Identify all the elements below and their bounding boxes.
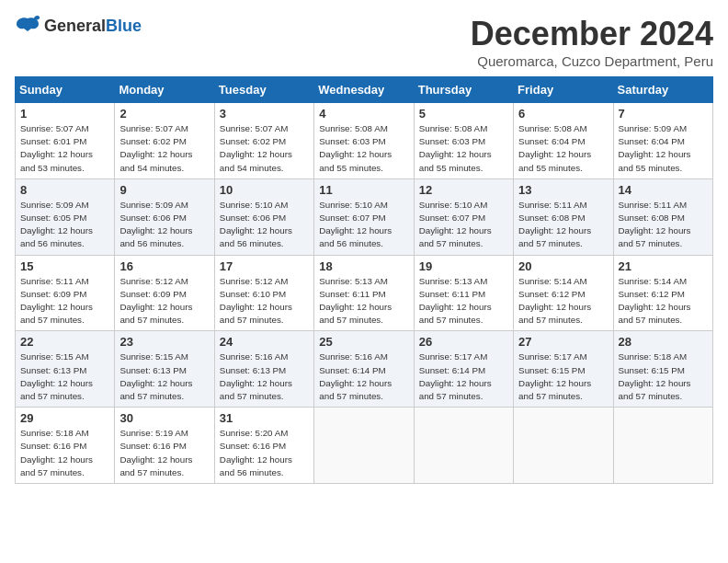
day-number: 4 — [319, 107, 408, 121]
day-number: 19 — [419, 259, 508, 273]
day-info: Sunrise: 5:07 AMSunset: 6:02 PMDaylight:… — [220, 123, 292, 173]
day-number: 21 — [619, 259, 708, 273]
day-number: 14 — [619, 183, 708, 197]
table-row: 13Sunrise: 5:11 AMSunset: 6:08 PMDayligh… — [514, 178, 613, 255]
day-header-saturday: Saturday — [613, 77, 712, 103]
table-row: 15Sunrise: 5:11 AMSunset: 6:09 PMDayligh… — [16, 255, 115, 331]
table-row: 29Sunrise: 5:18 AMSunset: 6:16 PMDayligh… — [16, 408, 115, 484]
day-info: Sunrise: 5:07 AMSunset: 6:01 PMDaylight:… — [20, 123, 93, 173]
table-row: 5Sunrise: 5:08 AMSunset: 6:03 PMDaylight… — [414, 103, 513, 179]
day-info: Sunrise: 5:16 AMSunset: 6:14 PMDaylight:… — [319, 351, 392, 401]
calendar-week-5: 29Sunrise: 5:18 AMSunset: 6:16 PMDayligh… — [16, 408, 713, 484]
day-header-thursday: Thursday — [414, 77, 513, 103]
table-row: 8Sunrise: 5:09 AMSunset: 6:05 PMDaylight… — [16, 178, 115, 255]
day-info: Sunrise: 5:17 AMSunset: 6:15 PMDaylight:… — [518, 351, 591, 401]
day-number: 28 — [619, 335, 708, 349]
day-number: 31 — [220, 411, 309, 425]
day-number: 2 — [119, 107, 209, 121]
table-row: 20Sunrise: 5:14 AMSunset: 6:12 PMDayligh… — [514, 255, 613, 331]
table-row: 14Sunrise: 5:11 AMSunset: 6:08 PMDayligh… — [613, 178, 712, 255]
day-number: 8 — [20, 183, 109, 197]
day-info: Sunrise: 5:19 AMSunset: 6:16 PMDaylight:… — [119, 428, 192, 477]
day-header-friday: Friday — [514, 77, 613, 103]
table-row: 17Sunrise: 5:12 AMSunset: 6:10 PMDayligh… — [214, 255, 313, 331]
calendar-week-4: 22Sunrise: 5:15 AMSunset: 6:13 PMDayligh… — [16, 331, 713, 408]
table-row: 31Sunrise: 5:20 AMSunset: 6:16 PMDayligh… — [214, 408, 313, 484]
day-info: Sunrise: 5:08 AMSunset: 6:04 PMDaylight:… — [518, 123, 591, 173]
day-info: Sunrise: 5:16 AMSunset: 6:13 PMDaylight:… — [220, 351, 292, 401]
logo-bird-icon — [15, 15, 40, 37]
day-header-tuesday: Tuesday — [214, 77, 313, 103]
table-row: 30Sunrise: 5:19 AMSunset: 6:16 PMDayligh… — [115, 408, 214, 484]
days-header-row: SundayMondayTuesdayWednesdayThursdayFrid… — [16, 77, 713, 103]
table-row: 18Sunrise: 5:13 AMSunset: 6:11 PMDayligh… — [314, 255, 414, 331]
table-row: 1Sunrise: 5:07 AMSunset: 6:01 PMDaylight… — [16, 103, 115, 179]
day-number: 13 — [518, 183, 608, 197]
day-info: Sunrise: 5:10 AMSunset: 6:06 PMDaylight:… — [220, 200, 292, 249]
table-row: 22Sunrise: 5:15 AMSunset: 6:13 PMDayligh… — [16, 331, 115, 408]
day-info: Sunrise: 5:18 AMSunset: 6:16 PMDaylight:… — [20, 428, 93, 477]
day-number: 5 — [419, 107, 508, 121]
day-info: Sunrise: 5:18 AMSunset: 6:15 PMDaylight:… — [619, 351, 691, 401]
logo-text: GeneralBlue — [44, 17, 142, 36]
day-number: 23 — [119, 335, 209, 349]
table-row: 11Sunrise: 5:10 AMSunset: 6:07 PMDayligh… — [314, 178, 414, 255]
day-info: Sunrise: 5:13 AMSunset: 6:11 PMDaylight:… — [319, 276, 392, 326]
table-row: 7Sunrise: 5:09 AMSunset: 6:04 PMDaylight… — [613, 103, 712, 179]
day-number: 26 — [419, 335, 508, 349]
day-number: 25 — [319, 335, 408, 349]
day-number: 22 — [20, 335, 109, 349]
table-row: 24Sunrise: 5:16 AMSunset: 6:13 PMDayligh… — [214, 331, 313, 408]
table-row: 28Sunrise: 5:18 AMSunset: 6:15 PMDayligh… — [613, 331, 712, 408]
day-number: 30 — [119, 411, 209, 425]
table-row — [613, 408, 712, 484]
table-row: 23Sunrise: 5:15 AMSunset: 6:13 PMDayligh… — [115, 331, 214, 408]
day-header-sunday: Sunday — [16, 77, 115, 103]
day-number: 10 — [220, 183, 309, 197]
day-number: 16 — [119, 259, 209, 273]
table-row — [414, 408, 513, 484]
table-row — [514, 408, 613, 484]
table-row: 25Sunrise: 5:16 AMSunset: 6:14 PMDayligh… — [314, 331, 414, 408]
day-number: 7 — [619, 107, 708, 121]
day-number: 6 — [518, 107, 608, 121]
day-info: Sunrise: 5:09 AMSunset: 6:06 PMDaylight:… — [119, 200, 192, 249]
day-number: 3 — [220, 107, 309, 121]
day-header-monday: Monday — [115, 77, 214, 103]
table-row: 27Sunrise: 5:17 AMSunset: 6:15 PMDayligh… — [514, 331, 613, 408]
day-info: Sunrise: 5:08 AMSunset: 6:03 PMDaylight:… — [319, 123, 392, 173]
day-header-wednesday: Wednesday — [314, 77, 414, 103]
day-info: Sunrise: 5:10 AMSunset: 6:07 PMDaylight:… — [419, 200, 492, 249]
day-number: 11 — [319, 183, 408, 197]
table-row: 10Sunrise: 5:10 AMSunset: 6:06 PMDayligh… — [214, 178, 313, 255]
month-title: December 2024 — [471, 15, 713, 53]
table-row: 12Sunrise: 5:10 AMSunset: 6:07 PMDayligh… — [414, 178, 513, 255]
day-info: Sunrise: 5:12 AMSunset: 6:09 PMDaylight:… — [119, 276, 192, 326]
table-row: 16Sunrise: 5:12 AMSunset: 6:09 PMDayligh… — [115, 255, 214, 331]
location-subtitle: Queromarca, Cuzco Department, Peru — [471, 53, 713, 69]
day-info: Sunrise: 5:10 AMSunset: 6:07 PMDaylight:… — [319, 200, 392, 249]
logo-blue: Blue — [106, 17, 142, 35]
calendar-table: SundayMondayTuesdayWednesdayThursdayFrid… — [15, 76, 713, 484]
day-number: 9 — [119, 183, 209, 197]
title-area: December 2024 Queromarca, Cuzco Departme… — [471, 15, 713, 69]
calendar-week-3: 15Sunrise: 5:11 AMSunset: 6:09 PMDayligh… — [16, 255, 713, 331]
table-row — [314, 408, 414, 484]
day-info: Sunrise: 5:13 AMSunset: 6:11 PMDaylight:… — [419, 276, 492, 326]
day-number: 1 — [20, 107, 109, 121]
day-info: Sunrise: 5:14 AMSunset: 6:12 PMDaylight:… — [619, 276, 691, 326]
day-info: Sunrise: 5:08 AMSunset: 6:03 PMDaylight:… — [419, 123, 492, 173]
logo-general: General — [44, 17, 106, 35]
table-row: 19Sunrise: 5:13 AMSunset: 6:11 PMDayligh… — [414, 255, 513, 331]
table-row: 6Sunrise: 5:08 AMSunset: 6:04 PMDaylight… — [514, 103, 613, 179]
day-number: 27 — [518, 335, 608, 349]
day-info: Sunrise: 5:15 AMSunset: 6:13 PMDaylight:… — [119, 351, 192, 401]
day-info: Sunrise: 5:11 AMSunset: 6:08 PMDaylight:… — [619, 200, 691, 249]
table-row: 9Sunrise: 5:09 AMSunset: 6:06 PMDaylight… — [115, 178, 214, 255]
day-number: 24 — [220, 335, 309, 349]
day-info: Sunrise: 5:20 AMSunset: 6:16 PMDaylight:… — [220, 428, 292, 477]
day-info: Sunrise: 5:11 AMSunset: 6:09 PMDaylight:… — [20, 276, 93, 326]
day-info: Sunrise: 5:09 AMSunset: 6:04 PMDaylight:… — [619, 123, 691, 173]
day-info: Sunrise: 5:14 AMSunset: 6:12 PMDaylight:… — [518, 276, 591, 326]
calendar-week-2: 8Sunrise: 5:09 AMSunset: 6:05 PMDaylight… — [16, 178, 713, 255]
